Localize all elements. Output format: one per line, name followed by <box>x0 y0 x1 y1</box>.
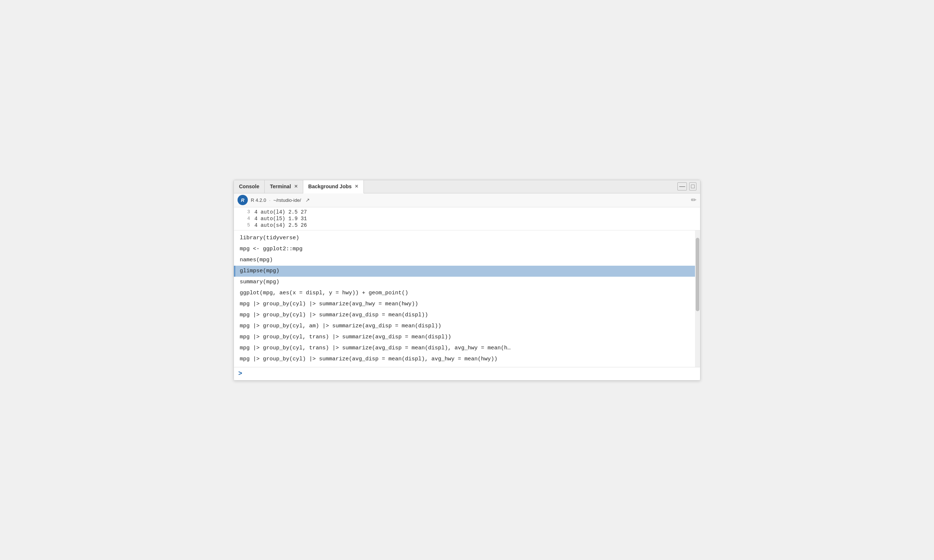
share-icon[interactable]: ↗ <box>305 197 310 203</box>
code-line-1[interactable]: library(tidyverse) <box>234 233 700 244</box>
code-scroll-area: library(tidyverse) mpg <- ggplot2::mpg n… <box>234 231 700 367</box>
prompt-symbol: > <box>238 370 242 377</box>
minimize-button[interactable]: ― <box>677 182 687 191</box>
code-line-11-text: mpg |> group_by(cyl, trans) |> summarize… <box>240 345 511 351</box>
code-line-8[interactable]: mpg |> group_by(cyl) |> summarize(avg_di… <box>234 310 700 321</box>
tab-bar: Console Terminal ✕ Background Jobs ✕ ― □ <box>234 180 700 193</box>
toolbar: R R 4.2.0 · ~/rstudio-ide/ ↗ ✏ <box>234 193 700 207</box>
code-line-7-text: mpg |> group_by(cyl) |> summarize(avg_hw… <box>240 301 418 307</box>
tab-background-jobs-close[interactable]: ✕ <box>354 184 358 189</box>
toolbar-separator: · <box>269 197 271 203</box>
data-preview-row-4: 4 4 auto(l5) 1.9 31 <box>234 215 700 222</box>
code-line-1-text: library(tidyverse) <box>240 235 299 241</box>
code-line-7[interactable]: mpg |> group_by(cyl) |> summarize(avg_hw… <box>234 299 700 310</box>
code-line-5-text: summary(mpg) <box>240 279 279 285</box>
code-list: library(tidyverse) mpg <- ggplot2::mpg n… <box>234 231 700 367</box>
r-version-label: R 4.2.0 <box>251 197 266 203</box>
left-marker-4 <box>234 266 235 277</box>
tab-background-jobs[interactable]: Background Jobs ✕ <box>303 180 364 193</box>
line-num-3: 3 <box>240 209 250 215</box>
tab-terminal-label: Terminal <box>270 183 291 189</box>
code-line-10[interactable]: mpg |> group_by(cyl, trans) |> summarize… <box>234 332 700 343</box>
tab-console[interactable]: Console <box>234 180 265 193</box>
code-line-9[interactable]: mpg |> group_by(cyl, am) |> summarize(av… <box>234 321 700 332</box>
code-line-3-text: names(mpg) <box>240 257 273 263</box>
data-row-3-content: 4 auto(l4) 2.5 27 <box>254 209 307 215</box>
line-num-4: 4 <box>240 216 250 222</box>
line-num-5: 5 <box>240 222 250 228</box>
data-preview-row-3: 3 4 auto(l4) 2.5 27 <box>234 209 700 215</box>
code-line-4-text: glimpse(mpg) <box>240 268 279 274</box>
maximize-button[interactable]: □ <box>689 182 697 191</box>
code-line-3[interactable]: names(mpg) <box>234 255 700 266</box>
tab-terminal[interactable]: Terminal ✕ <box>265 180 303 193</box>
brush-icon[interactable]: ✏ <box>691 196 697 204</box>
code-line-10-text: mpg |> group_by(cyl, trans) |> summarize… <box>240 334 451 340</box>
tab-background-jobs-label: Background Jobs <box>308 183 352 189</box>
r-logo: R <box>237 195 248 205</box>
code-line-11[interactable]: mpg |> group_by(cyl, trans) |> summarize… <box>234 343 700 354</box>
tab-actions: ― □ <box>677 182 700 191</box>
code-line-5[interactable]: summary(mpg) <box>234 277 700 288</box>
scrollbar-track[interactable] <box>695 231 700 367</box>
toolbar-right: ✏ <box>691 196 697 204</box>
data-preview: 3 4 auto(l4) 2.5 27 4 4 auto(l5) 1.9 31 … <box>234 207 700 231</box>
working-directory-path: ~/rstudio-ide/ <box>274 197 301 203</box>
code-line-2-text: mpg <- ggplot2::mpg <box>240 246 302 252</box>
code-line-6[interactable]: ggplot(mpg, aes(x = displ, y = hwy)) + g… <box>234 288 700 299</box>
data-row-5-content: 4 auto(s4) 2.5 26 <box>254 222 307 228</box>
rstudio-panel: Console Terminal ✕ Background Jobs ✕ ― □… <box>233 180 701 380</box>
code-line-6-text: ggplot(mpg, aes(x = displ, y = hwy)) + g… <box>240 290 408 296</box>
data-row-4-content: 4 auto(l5) 1.9 31 <box>254 216 307 222</box>
console-prompt: > <box>234 367 700 380</box>
tab-console-label: Console <box>239 183 259 189</box>
code-line-9-text: mpg |> group_by(cyl, am) |> summarize(av… <box>240 323 441 329</box>
code-line-4[interactable]: glimpse(mpg) <box>234 266 700 277</box>
code-line-12[interactable]: mpg |> group_by(cyl) |> summarize(avg_di… <box>234 354 700 365</box>
code-line-2[interactable]: mpg <- ggplot2::mpg <box>234 244 700 255</box>
tab-terminal-close[interactable]: ✕ <box>294 184 298 189</box>
code-line-12-text: mpg |> group_by(cyl) |> summarize(avg_di… <box>240 356 498 362</box>
code-line-8-text: mpg |> group_by(cyl) |> summarize(avg_di… <box>240 312 428 318</box>
scrollbar-thumb[interactable] <box>696 238 700 311</box>
data-preview-row-5: 5 4 auto(s4) 2.5 26 <box>234 222 700 229</box>
